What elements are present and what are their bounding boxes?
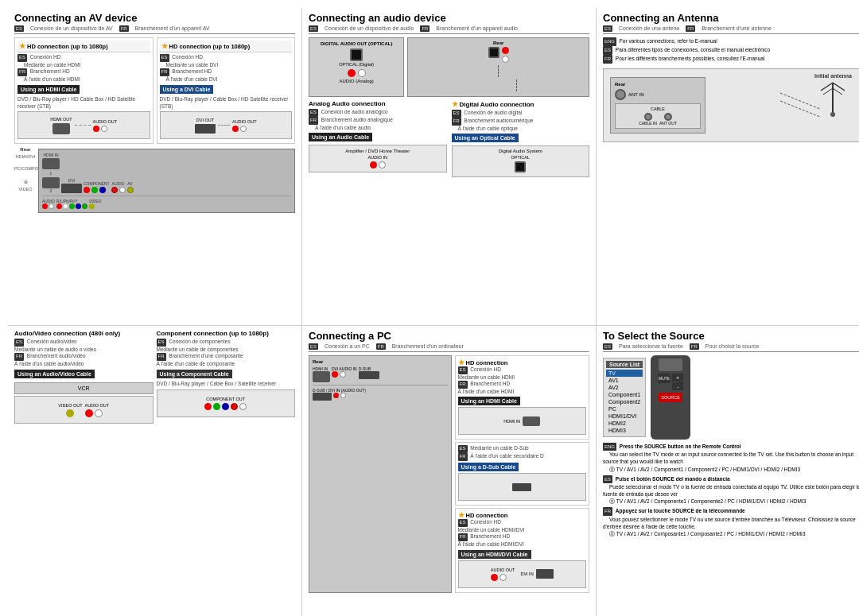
bottom-port-row: AUDIO R/L/Pb/Pr/Y [42, 196, 291, 209]
source-item-comp2[interactable]: Component2 [606, 398, 643, 405]
comp-cable-label: Using a Component Cable [157, 370, 232, 378]
source-section-subtitle: ES Para seleccionar la fuente FR Pour ch… [603, 343, 859, 352]
audio-top-diagram: DIGITAL AUDIO OUT (OPTICAL) OPTICAL (Dig… [309, 37, 589, 97]
ant-in-port [615, 89, 626, 100]
source-item-hdmi2[interactable]: HDMI2 [606, 420, 643, 427]
hd-connection-boxes: ★ HD connection (up to 1080p) ES Conexió… [14, 37, 295, 144]
dvi-in-pc [313, 393, 332, 401]
audio-out-red [93, 126, 99, 132]
source-button[interactable]: SOURCE [659, 393, 682, 402]
pc-hdmi-port-diag [523, 416, 540, 426]
optical-out-port [350, 48, 363, 61]
analog-cable-label: Using an Audio Cable [309, 133, 372, 141]
analog-title: Analog Audio connection [309, 100, 447, 107]
vcr-video-out [66, 409, 74, 417]
hdmi-cable-line [75, 125, 91, 126]
remote-control: MUTE + - SOURCE [651, 355, 690, 440]
pc-connection-boxes: ★ HD connection ES Conexión HD Mediante … [455, 355, 590, 593]
audio-out-white [101, 126, 107, 132]
optical-cable-label: Using an Optical Cable [452, 134, 519, 142]
source-item-pc[interactable]: PC [606, 405, 643, 413]
source-descriptions: ENG Press the SOURCE button on the Remot… [603, 443, 859, 537]
component-cable-col: Component connection (up to 1080p) ES Co… [157, 330, 296, 425]
pc-section: Connecting a PC ES Conexión a un PC FR B… [302, 326, 597, 616]
hdmi-out-port [52, 123, 70, 134]
hdmi-diagram: HDMI OUT AUDIO OUT [17, 111, 150, 139]
source-item-hdmi3[interactable]: HDMI3 [606, 427, 643, 434]
source-item-hdmi1[interactable]: HDMI1/DVI [606, 413, 643, 420]
mute-button[interactable]: MUTE [658, 374, 670, 383]
digital-audio-label: DIGITAL AUDIO OUT (OPTICAL) [313, 41, 400, 46]
digital-audio-tv-box: DIGITAL AUDIO OUT (OPTICAL) OPTICAL (Dig… [309, 37, 404, 97]
audio-connection-types: Analog Audio connection ES Conexión de a… [309, 100, 589, 179]
av-device-section: Connecting an AV device ES Conexión de u… [8, 8, 302, 326]
side-labels: Rear HDMI/DVI PC/COMPONENT ⊕ VIDEO [14, 147, 37, 192]
cable-in-port [644, 113, 652, 121]
source-item-av2[interactable]: AV2 [606, 384, 643, 391]
vcr-label: VCR [14, 382, 154, 394]
source-list-title: Source List [606, 361, 643, 368]
antenna-svg [817, 79, 849, 118]
dvi-cable-line [218, 125, 230, 126]
svg-line-3 [823, 88, 833, 95]
pc-section-title: Connecting a PC [309, 330, 589, 342]
hdmidvi-diagram: AUDIO OUT DVI IN [458, 560, 587, 588]
cable-box-diagram: CABLE CABLE IN ANT OUT [615, 103, 701, 129]
dvi-cable-label: Using a DVI Cable [160, 85, 214, 94]
hdmidvi-cable-label: Using an HDMI/DVI Cable [458, 550, 531, 559]
es-badge: ES [14, 25, 24, 32]
source-item-tv[interactable]: TV [606, 370, 643, 377]
source-section: To Select the Source ES Para seleccionar… [597, 326, 859, 616]
pc-connections-area: Rear HDMI IN DVI AUDIO IN D-SUB [309, 355, 589, 593]
av-cable-col: Audio/Video connection (480i only) ES Co… [14, 330, 154, 425]
source-item-comp1[interactable]: Component1 [606, 391, 643, 398]
back-panel-ports: HDMI IN 1 2 DVI COMPO [42, 153, 291, 193]
digital-audio-col: ★ Digital Audio connection ES Conexión d… [452, 100, 590, 179]
dvi-out-port [195, 124, 216, 134]
analog-cable-line [516, 79, 517, 91]
av-yellow-port [127, 187, 134, 193]
star-pc-hdmi: ★ [458, 358, 464, 366]
audio-section-title: Connecting an audio device [309, 12, 589, 24]
remote-screen [659, 358, 682, 371]
hdmi-cable-box: ★ HD connection (up to 1080p) ES Conexió… [14, 37, 154, 144]
b-audio-red [42, 203, 48, 209]
b-audio-white [49, 203, 54, 209]
tv-back-panel: HDMI IN 1 2 DVI COMPO [38, 149, 295, 213]
main-page: Connecting an AV device ES Conexión de u… [0, 0, 859, 616]
analog-audio-col: Analog Audio connection ES Conexión de a… [309, 100, 447, 179]
dsub-diagram [458, 473, 587, 501]
vol-up-button[interactable]: + [672, 374, 683, 382]
source-diagram-area: Source List TV AV1 AV2 Component1 Compon… [603, 355, 859, 440]
digital-optical-port [515, 161, 526, 172]
audio-section-subtitle: ES Conexión de un dispositivo de audio F… [309, 25, 589, 34]
comp-red [84, 187, 90, 193]
analog-white-port [358, 69, 366, 77]
audio-red-port [111, 187, 118, 193]
analog-red-port [348, 69, 356, 77]
pc-section-subtitle: ES Conexión a un PC FR Branchement d'un … [309, 343, 589, 352]
source-item-av1[interactable]: AV1 [606, 377, 643, 384]
svg-point-5 [830, 112, 835, 117]
dvi-audio-red [232, 126, 239, 132]
dvi-audio-white [240, 126, 247, 132]
svg-line-7 [780, 101, 820, 117]
dvi-box-title: ★ HD connection (up to 1080p) [160, 41, 293, 52]
avcomp-section: Audio/Video connection (480i only) ES Co… [8, 326, 302, 616]
component-ports-diagram: COMPONENT OUT [157, 389, 296, 417]
dvi-in-diag [536, 569, 554, 579]
star-digital: ★ [452, 100, 458, 108]
comp-blue [99, 187, 106, 193]
vcr-ports-diagram: VIDEO OUT AUDIO OUT [14, 396, 154, 424]
comp-connection-title: Component connection (up to 1080p) [157, 330, 296, 337]
digital-device-diagram: Digital Audio System OPTICAL [452, 145, 590, 177]
vol-down-button[interactable]: - [672, 382, 683, 390]
dvi-in-port [61, 184, 82, 193]
digital-title: ★ Digital Audio connection [452, 100, 590, 108]
analog-device-diagram: Amplifier / DVD Home Theater AUDIO IN [309, 145, 447, 172]
audio-tv-panel: Rear [407, 37, 589, 97]
tv-back-panel-area: Rear HDMI/DVI PC/COMPONENT ⊕ VIDEO HDMI … [14, 147, 295, 215]
pc-dsub-port [359, 371, 379, 379]
svg-line-6 [780, 93, 820, 109]
source-section-title: To Select the Source [603, 330, 859, 342]
